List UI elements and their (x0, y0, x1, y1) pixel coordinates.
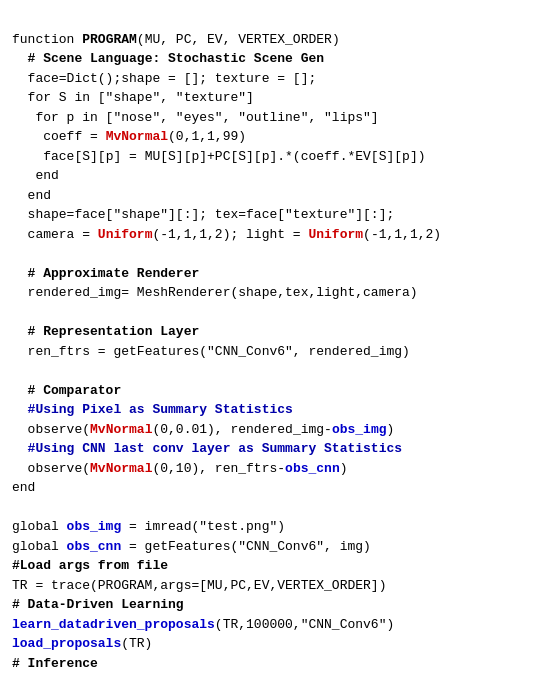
line-5: for p in ["nose", "eyes", "outline", "li… (12, 110, 379, 125)
line-19: #Using CNN last conv layer as Summary St… (12, 441, 402, 456)
line-8: end (12, 168, 59, 183)
line-22: global obs_img = imread("test.png") (12, 519, 285, 534)
line-21: end (12, 480, 35, 495)
line-7: face[S][p] = MU[S][p]+PC[S][p].*(coeff.*… (12, 149, 425, 164)
line-12: # Approximate Renderer (12, 266, 199, 281)
line-9: end (12, 188, 51, 203)
line-13: rendered_img= MeshRenderer(shape,tex,lig… (12, 285, 418, 300)
line-6: coeff = MvNormal(0,1,1,99) (12, 129, 246, 144)
line-4: for S in ["shape", "texture"] (12, 90, 254, 105)
line-26: # Data-Driven Learning (12, 597, 184, 612)
line-23: global obs_cnn = getFeatures("CNN_Conv6"… (12, 539, 371, 554)
line-27: learn_datadriven_proposals(TR,100000,"CN… (12, 617, 394, 632)
line-28: load_proposals(TR) (12, 636, 152, 651)
line-10: shape=face["shape"][:]; tex=face["textur… (12, 207, 394, 222)
line-2: # Scene Language: Stochastic Scene Gen (12, 51, 324, 66)
line-14: # Representation Layer (12, 324, 199, 339)
line-20: observe(MvNormal(0,10), ren_ftrs-obs_cnn… (12, 461, 348, 476)
line-15: ren_ftrs = getFeatures("CNN_Conv6", rend… (12, 344, 410, 359)
line-11: camera = Uniform(-1,1,1,2); light = Unif… (12, 227, 441, 242)
line-16: # Comparator (12, 383, 121, 398)
line-17: #Using Pixel as Summary Statistics (12, 402, 293, 417)
line-29: # Inference (12, 656, 98, 671)
line-3: face=Dict();shape = []; texture = []; (12, 71, 316, 86)
code-editor: function PROGRAM(MU, PC, EV, VERTEX_ORDE… (12, 10, 530, 674)
line-1: function PROGRAM(MU, PC, EV, VERTEX_ORDE… (12, 32, 340, 47)
line-25: TR = trace(PROGRAM,args=[MU,PC,EV,VERTEX… (12, 578, 386, 593)
line-24: #Load args from file (12, 558, 168, 573)
line-18: observe(MvNormal(0,0.01), rendered_img-o… (12, 422, 394, 437)
